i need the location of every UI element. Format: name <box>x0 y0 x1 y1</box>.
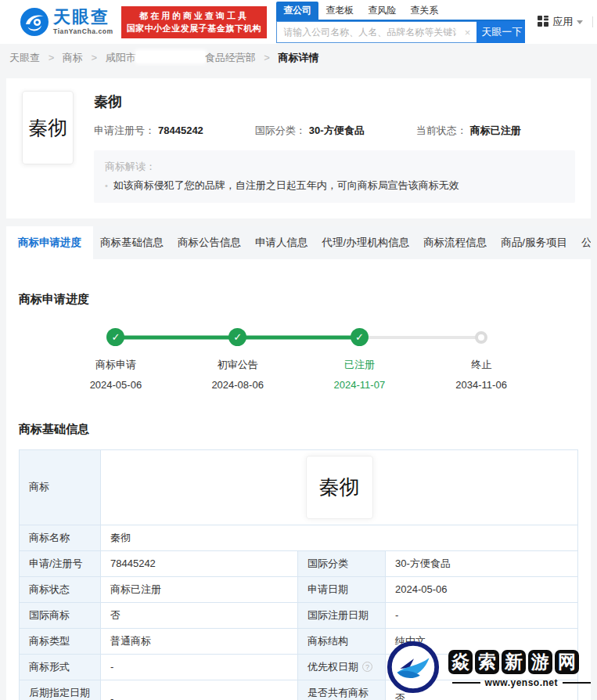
apps-menu[interactable]: 应用 <box>538 15 583 29</box>
redacted-company-name <box>136 51 205 63</box>
bullet-icon: • <box>105 181 108 190</box>
search-button[interactable]: 天眼一下 <box>477 21 525 43</box>
interpretation-title: 商标解读： <box>105 157 564 177</box>
tab-goods-services[interactable]: 商品/服务项目 <box>494 226 574 259</box>
check-circle-icon: ✓ <box>106 328 124 346</box>
progress-timeline: ✓ 商标申请 2024-05-06 ✓ 初审公告 2024-08-06 ✓ 已注… <box>55 327 542 391</box>
promo-line1: 都在用的商业查询工具 <box>127 9 262 23</box>
top-header: 天眼查 TianYanCha.com 都在用的商业查询工具 国家中小企业发展子基… <box>0 0 597 44</box>
reg-number-field: 申请注册号：78445242 <box>94 124 203 138</box>
search-tab-company[interactable]: 查公司 <box>276 2 318 20</box>
search-input[interactable] <box>276 21 477 43</box>
tab-process-info[interactable]: 商标流程信息 <box>416 226 494 259</box>
help-icon[interactable]: ? <box>362 662 372 672</box>
progress-heading: 商标申请进度 <box>19 259 578 307</box>
watermark-url-row: www.yenso.net <box>448 677 595 688</box>
apps-grid-icon <box>538 16 552 29</box>
tab-basic-info[interactable]: 商标基础信息 <box>93 226 171 259</box>
pending-circle-icon <box>475 331 487 344</box>
apps-label: 应用 <box>552 15 573 29</box>
breadcrumb-current: 商标详情 <box>279 52 319 63</box>
watermark-url: www.yenso.net <box>485 677 558 688</box>
tianyancha-eye-icon <box>20 8 49 36</box>
watermark-site-name: 焱 索 新 游 网 <box>448 650 595 674</box>
search-tab-boss[interactable]: 查老板 <box>318 2 361 20</box>
check-circle-icon: ✓ <box>351 328 369 346</box>
watermark-logo-icon <box>385 639 441 698</box>
breadcrumb: 天眼查 > 商标 > 咸阳市食品经营部 > 商标详情 <box>0 44 597 72</box>
breadcrumb-separator: > <box>49 52 55 63</box>
tab-gazette-info[interactable]: 商标公告信息 <box>171 226 248 259</box>
brand-domain: TianYanCha.com <box>53 27 113 35</box>
table-row: 国际商标 否 国际注册日期 - <box>20 602 578 628</box>
breadcrumb-separator: > <box>264 52 270 63</box>
search-module: 查公司 查老板 查风险 查关系 × 天眼一下 <box>276 2 525 43</box>
current-status-field: 当前状态：商标已注册 <box>416 124 521 138</box>
detail-tab-bar: 商标申请进度 商标基础信息 商标公告信息 申请人信息 代理/办理机构信息 商标流… <box>6 226 591 259</box>
header-nav: 应用 合作通道 企 <box>538 15 597 29</box>
check-circle-icon: ✓ <box>228 328 246 346</box>
detail-main-card: 商标申请进度 商标基础信息 商标公告信息 申请人信息 代理/办理机构信息 商标流… <box>6 226 591 700</box>
table-row: 商标 秦彻 <box>20 449 578 525</box>
breadcrumb-company[interactable]: 咸阳市食品经营部 <box>106 52 256 63</box>
search-tab-relation[interactable]: 查关系 <box>403 2 445 20</box>
trademark-image[interactable]: 秦彻 <box>22 91 74 164</box>
check-icon: ✓ <box>355 331 364 343</box>
check-icon: ✓ <box>233 331 242 343</box>
table-row: 商标名称 秦彻 <box>20 525 578 550</box>
breadcrumb-separator: > <box>91 52 97 63</box>
trademark-interpretation-box: 商标解读： •如该商标侵犯了您的品牌，自注册之日起五年内，可向商标局宣告该商标无… <box>94 150 575 203</box>
search-tab-bar: 查公司 查老板 查风险 查关系 <box>276 2 525 21</box>
breadcrumb-home[interactable]: 天眼查 <box>9 52 40 63</box>
breadcrumb-section[interactable]: 商标 <box>63 52 83 63</box>
search-tab-risk[interactable]: 查风险 <box>361 2 403 20</box>
trademark-image-cell[interactable]: 秦彻 <box>306 456 373 519</box>
tianyancha-logo[interactable]: 天眼查 TianYanCha.com <box>20 8 113 36</box>
table-row: 申请/注册号 78445242 国际分类 30-方便食品 <box>20 550 578 576</box>
brand-name: 天眼查 <box>53 9 113 26</box>
clear-icon[interactable]: × <box>465 26 471 38</box>
chevron-down-icon <box>577 20 583 24</box>
check-icon: ✓ <box>111 331 120 343</box>
timeline-step-termination: 终止 2034-11-06 <box>420 327 542 391</box>
site-watermark: 焱 索 新 游 网 www.yenso.net <box>385 639 595 698</box>
row-label: 商标 <box>20 449 101 525</box>
tab-applicant-info[interactable]: 申请人信息 <box>248 226 315 259</box>
promo-line2: 国家中小企业发展子基金旗下机构 <box>127 22 262 35</box>
trademark-summary-card: 秦彻 秦彻 申请注册号：78445242 国际分类：30-方便食品 当前状态：商… <box>6 78 591 218</box>
interpretation-note: •如该商标侵犯了您的品牌，自注册之日起五年内，可向商标局宣告该商标无效 <box>105 177 564 194</box>
basic-info-heading: 商标基础信息 <box>19 391 578 437</box>
divider <box>592 16 593 27</box>
promo-badge: 都在用的商业查询工具 国家中小企业发展子基金旗下机构 <box>121 6 268 38</box>
tab-application-progress[interactable]: 商标申请进度 <box>6 226 93 259</box>
trademark-title: 秦彻 <box>94 92 575 111</box>
table-row: 商标状态 商标已注册 申请日期 2024-05-06 <box>20 576 578 602</box>
intl-class-field: 国际分类：30-方便食品 <box>255 124 365 138</box>
tab-announcement-info[interactable]: 公告信息 <box>574 226 591 259</box>
tab-agency-info[interactable]: 代理/办理机构信息 <box>315 226 417 259</box>
